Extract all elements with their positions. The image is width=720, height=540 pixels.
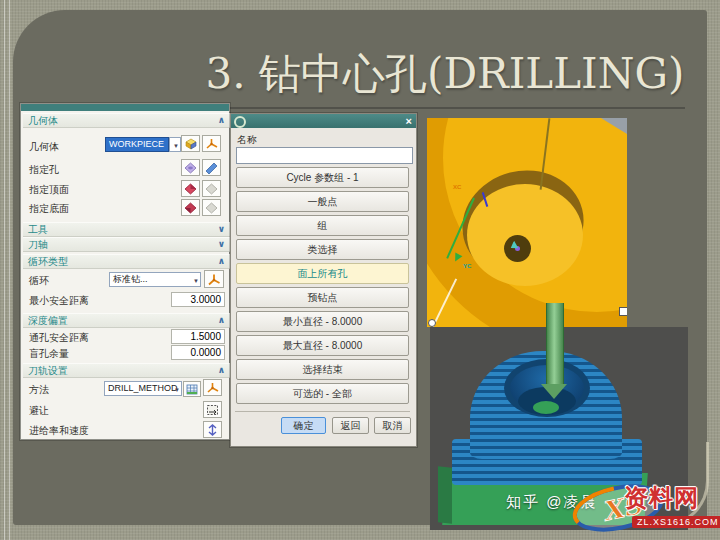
feeds-speeds-label: 进给率和速度 — [29, 424, 89, 438]
btn-all-holes-on-face[interactable]: 面上所有孔 — [236, 263, 409, 284]
blind-hole-field[interactable]: 0.0000 — [171, 345, 225, 360]
btn-max-diameter[interactable]: 最大直径 - 8.0000 — [236, 335, 409, 356]
section-tool-label: 工具 — [28, 224, 48, 235]
section-tool-axis-label: 刀轴 — [28, 239, 48, 250]
drill-axis-arrow-head — [541, 384, 567, 399]
specify-hole-icon[interactable] — [181, 159, 200, 176]
min-safe-distance-field[interactable]: 3.0000 — [171, 292, 225, 307]
watermark-site-name: 资料网 — [624, 482, 699, 514]
blind-hole-label: 盲孔余量 — [29, 347, 69, 361]
left-accent-line-2 — [9, 0, 10, 540]
slide-canvas: 3. 钻中心孔(DRILLING) 几何体 ∧ 几何体 WORKPIECE ▼ … — [0, 0, 720, 540]
close-icon[interactable]: × — [406, 114, 412, 128]
section-geometry[interactable]: 几何体 ∧ — [23, 113, 230, 128]
section-tool-axis[interactable]: 刀轴 ∨ — [23, 237, 230, 252]
geometry-dropdown[interactable]: WORKPIECE — [105, 137, 169, 152]
chevron-up-icon[interactable]: ∧ — [218, 114, 225, 127]
footer-divider — [235, 411, 410, 412]
btn-min-diameter[interactable]: 最小直径 - 8.0000 — [236, 311, 409, 332]
chevron-down-icon[interactable]: ∨ — [218, 223, 225, 236]
cycle-label: 循环 — [29, 274, 49, 288]
drill-operation-dialog: 几何体 ∧ 几何体 WORKPIECE ▼ 指定孔 指定顶面 指定底面 — [20, 103, 230, 440]
feeds-speeds-icon[interactable] — [203, 421, 222, 438]
through-hole-label: 通孔安全距离 — [29, 331, 89, 345]
wcs-y-label: YC — [463, 263, 471, 269]
point-select-dialog: × 名称 Cycle 参数组 - 1 一般点 组 类选择 面上所有孔 预钻点 最… — [230, 113, 417, 447]
drill-spot-green — [533, 401, 559, 414]
name-input[interactable] — [236, 147, 413, 164]
cycle-dropdown[interactable]: 标准钻... ▼ — [109, 272, 201, 287]
chevron-up-icon[interactable]: ∧ — [218, 364, 225, 377]
top-face-alt-icon[interactable] — [202, 180, 221, 197]
specify-top-face-label: 指定顶面 — [29, 183, 69, 197]
drill-axis-arrow-shaft — [546, 303, 564, 385]
wcs-x-label: XC — [453, 184, 461, 190]
bottom-face-alt-icon[interactable] — [202, 199, 221, 216]
section-cycle-type[interactable]: 循环类型 ∧ — [23, 254, 230, 269]
name-label: 名称 — [237, 133, 257, 147]
csys-icon[interactable] — [202, 135, 221, 152]
chevron-up-icon[interactable]: ∧ — [218, 314, 225, 327]
btn-optional-all[interactable]: 可选的 - 全部 — [236, 383, 409, 404]
section-path-settings-label: 刀轨设置 — [28, 365, 68, 376]
selection-handle-right[interactable] — [619, 307, 627, 316]
chevron-up-icon[interactable]: ∧ — [218, 255, 225, 268]
section-tool[interactable]: 工具 ∨ — [23, 222, 230, 237]
dropdown-arrow-icon: ▼ — [173, 140, 179, 153]
slide-title: 3. 钻中心孔(DRILLING) — [170, 46, 720, 102]
back-button[interactable]: 返回 — [332, 417, 369, 434]
method-edit-icon[interactable] — [203, 379, 222, 396]
dropdown-arrow-icon: ▼ — [174, 384, 180, 397]
section-depth-offset-label: 深度偏置 — [28, 315, 68, 326]
btn-selection-end[interactable]: 选择结束 — [236, 359, 409, 380]
section-geometry-label: 几何体 — [28, 115, 58, 126]
method-dropdown[interactable]: DRILL_METHOD ▼ — [104, 381, 182, 396]
workpiece-icon[interactable] — [181, 135, 200, 152]
avoidance-label: 避让 — [29, 404, 49, 418]
btn-group[interactable]: 组 — [236, 215, 409, 236]
method-value: DRILL_METHOD — [108, 383, 178, 393]
section-cycle-type-label: 循环类型 — [28, 256, 68, 267]
geometry-dropdown-arrow[interactable]: ▼ — [169, 137, 181, 152]
min-safe-distance-label: 最小安全距离 — [29, 294, 89, 308]
bottom-face-icon[interactable] — [181, 199, 200, 216]
viewport-part-top-view: XC YC — [427, 118, 627, 327]
specify-hole-label: 指定孔 — [29, 163, 59, 177]
ok-button[interactable]: 确定 — [281, 417, 326, 434]
btn-predrill-point[interactable]: 预钻点 — [236, 287, 409, 308]
btn-cycle-param-set[interactable]: Cycle 参数组 - 1 — [236, 167, 409, 188]
avoidance-icon[interactable] — [203, 401, 222, 418]
cycle-value: 标准钻... — [113, 274, 148, 284]
watermark: 知乎 @凌晨 XS 资料网 ZL.XS1616.COM — [500, 476, 720, 538]
dialog-app-icon — [234, 116, 246, 128]
green-base-side — [438, 466, 452, 523]
dialog-titlebar[interactable] — [21, 104, 229, 111]
left-accent-line-1 — [4, 0, 5, 540]
watermark-site-url: ZL.XS1616.COM — [632, 516, 720, 528]
btn-class-select[interactable]: 类选择 — [236, 239, 409, 260]
cancel-button[interactable]: 取消 — [374, 417, 411, 434]
method-table-icon[interactable] — [183, 381, 201, 397]
section-depth-offset[interactable]: 深度偏置 ∧ — [23, 313, 230, 328]
specify-bottom-face-label: 指定底面 — [29, 202, 69, 216]
through-hole-field[interactable]: 1.5000 — [171, 329, 225, 344]
section-path-settings[interactable]: 刀轨设置 ∧ — [23, 363, 230, 378]
chevron-down-icon[interactable]: ∨ — [218, 238, 225, 251]
geometry-value: WORKPIECE — [109, 139, 164, 149]
top-face-icon[interactable] — [181, 180, 200, 197]
dropdown-arrow-icon: ▼ — [193, 275, 199, 288]
method-label: 方法 — [29, 383, 49, 397]
dialog-titlebar[interactable]: × — [231, 114, 416, 128]
btn-generic-point[interactable]: 一般点 — [236, 191, 409, 212]
geometry-label: 几何体 — [29, 140, 59, 154]
hole-select-icon[interactable] — [202, 159, 221, 176]
selection-handle-corner[interactable] — [428, 319, 436, 327]
cycle-edit-icon[interactable] — [204, 270, 224, 288]
